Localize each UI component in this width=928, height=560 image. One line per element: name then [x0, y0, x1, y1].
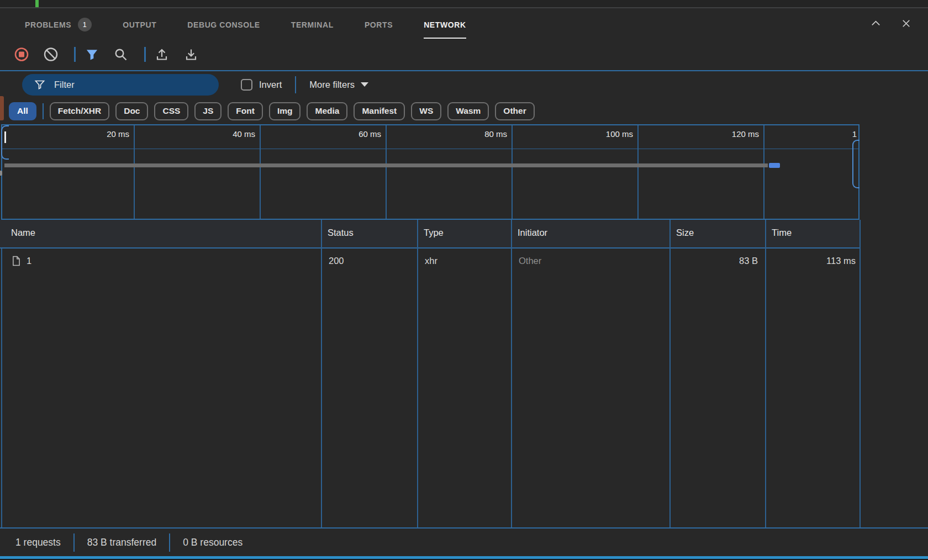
- cell-size: 83 B: [669, 256, 758, 266]
- chip-ws[interactable]: WS: [411, 102, 441, 120]
- filter-funnel-icon: [34, 79, 45, 90]
- timeline-ruler-border: [2, 149, 858, 149]
- timeline-tick-label: 80 ms: [456, 129, 507, 139]
- toolbar-separator: [144, 47, 146, 62]
- summary-item-2: 0 B resources: [183, 537, 242, 548]
- timeline-gridline: [134, 125, 135, 219]
- invert-group: Invert: [241, 79, 282, 91]
- column-header-status[interactable]: Status: [328, 228, 354, 238]
- chip-font[interactable]: Font: [228, 102, 263, 120]
- timeline-tick-label: 20 ms: [78, 129, 129, 139]
- overview-left-handle[interactable]: [1, 125, 9, 160]
- request-row[interactable]: 1200xhrOther83 B113 ms: [2, 250, 860, 275]
- timeline-gridline: [386, 125, 387, 219]
- timeline-tick-label: 100 ms: [582, 129, 633, 139]
- edge-scroll-dot: [0, 171, 2, 176]
- summary-item-1: 83 B transferred: [87, 537, 156, 548]
- tab-network[interactable]: NETWORK: [424, 8, 466, 39]
- timeline-overview[interactable]: 20 ms40 ms60 ms80 ms100 ms120 ms1: [1, 124, 860, 220]
- panel-window-actions: [869, 8, 913, 39]
- cell-name: 1: [27, 256, 31, 266]
- download-icon[interactable]: [184, 47, 198, 62]
- filter-input[interactable]: Filter: [22, 74, 219, 96]
- chevron-up-icon[interactable]: [869, 17, 882, 30]
- chip-img[interactable]: Img: [269, 102, 301, 120]
- summary-item-0: 1 requests: [15, 537, 61, 548]
- cell-status: 200: [329, 256, 344, 266]
- cell-time: 113 ms: [765, 256, 856, 266]
- handle-grip: [4, 131, 6, 143]
- timeline-gridline: [763, 125, 764, 219]
- gutter-change-indicator: [35, 0, 39, 8]
- requests-table: NameStatusTypeInitiatorSizeTime1200xhrOt…: [0, 220, 928, 527]
- toolbar-separator: [74, 47, 76, 62]
- request-type-filter-chips: AllFetch/XHRDocCSSJSFontImgMediaManifest…: [0, 98, 928, 124]
- column-header-time[interactable]: Time: [772, 228, 792, 238]
- filter-icon[interactable]: [85, 47, 99, 62]
- chip-separator: [43, 103, 44, 119]
- table-header: NameStatusTypeInitiatorSizeTime: [0, 220, 860, 249]
- column-divider: [860, 220, 861, 527]
- timeline-gridline: [512, 125, 513, 219]
- record-icon[interactable]: [14, 47, 29, 62]
- tab-label: OUTPUT: [123, 20, 156, 29]
- tab-label: PROBLEMS: [25, 20, 71, 29]
- chip-all[interactable]: All: [9, 102, 36, 120]
- column-header-type[interactable]: Type: [424, 228, 444, 238]
- tab-problems[interactable]: PROBLEMS1: [25, 8, 92, 39]
- timeline-tick-label-clipped: 1: [852, 129, 857, 139]
- code-line: 20 // const yourMMKVStorage = new MMKV()…: [0, 0, 928, 8]
- tab-label: TERMINAL: [291, 20, 334, 29]
- column-header-name[interactable]: Name: [11, 228, 35, 238]
- vscode-bottom-panel-network: 20 // const yourMMKVStorage = new MMKV()…: [0, 0, 928, 560]
- column-header-size[interactable]: Size: [676, 228, 694, 238]
- summary-separator: [169, 533, 170, 552]
- chip-media[interactable]: Media: [307, 102, 347, 120]
- tab-label: DEBUG CONSOLE: [187, 20, 260, 29]
- clear-icon[interactable]: [44, 47, 58, 62]
- timeline-gridline: [260, 125, 261, 219]
- summary-bar: 1 requests83 B transferred0 B resources: [0, 529, 928, 556]
- tab-ports[interactable]: PORTS: [365, 8, 393, 39]
- overview-ruler-mark: [0, 96, 4, 120]
- invert-checkbox[interactable]: [241, 79, 252, 91]
- editor-code-sliver: 20 // const yourMMKVStorage = new MMKV()…: [0, 0, 928, 8]
- timeline-tick-label: 120 ms: [708, 129, 759, 139]
- chip-wasm[interactable]: Wasm: [447, 102, 489, 120]
- timeline-tick-label: 60 ms: [330, 129, 381, 139]
- panel-tab-bar: PROBLEMS1OUTPUTDEBUG CONSOLETERMINALPORT…: [0, 8, 928, 39]
- search-icon[interactable]: [114, 47, 128, 62]
- tab-output[interactable]: OUTPUT: [123, 8, 156, 39]
- cell-type: xhr: [425, 256, 437, 266]
- column-header-initiator[interactable]: Initiator: [518, 228, 547, 238]
- upload-icon[interactable]: [155, 47, 169, 62]
- network-toolbar: [0, 39, 928, 70]
- chip-doc[interactable]: Doc: [115, 102, 148, 120]
- filter-placeholder: Filter: [54, 80, 75, 90]
- overview-right-handle[interactable]: [852, 140, 860, 188]
- problems-count-badge: 1: [78, 18, 92, 31]
- network-load-bar-end: [769, 163, 780, 168]
- chip-js[interactable]: JS: [194, 102, 222, 120]
- tab-label: PORTS: [365, 20, 393, 29]
- tab-debug-console[interactable]: DEBUG CONSOLE: [187, 8, 260, 39]
- timeline-tick-label: 40 ms: [204, 129, 255, 139]
- panel-tabs: PROBLEMS1OUTPUTDEBUG CONSOLETERMINALPORT…: [25, 8, 466, 39]
- chip-css[interactable]: CSS: [154, 102, 188, 120]
- cell-initiator: Other: [519, 256, 541, 266]
- document-icon: [12, 256, 20, 268]
- timeline-gridline: [637, 125, 639, 219]
- tab-terminal[interactable]: TERMINAL: [291, 8, 334, 39]
- tab-label: NETWORK: [424, 20, 466, 29]
- filter-row-separator: [295, 76, 296, 93]
- more-filters-button[interactable]: More filters: [309, 80, 368, 90]
- close-icon[interactable]: [900, 17, 913, 30]
- filter-row: Filter Invert More filters: [0, 71, 928, 98]
- chip-manifest[interactable]: Manifest: [354, 102, 405, 120]
- chip-other[interactable]: Other: [495, 102, 534, 120]
- more-filters-label: More filters: [309, 80, 355, 90]
- network-load-bar: [4, 163, 768, 167]
- summary-separator: [73, 533, 75, 552]
- chip-fetch-xhr[interactable]: Fetch/XHR: [50, 102, 109, 120]
- invert-label[interactable]: Invert: [259, 80, 282, 90]
